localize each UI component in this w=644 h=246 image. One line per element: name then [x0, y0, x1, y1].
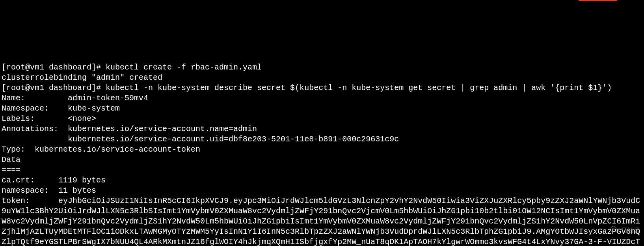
terminal-line: Data [2, 155, 642, 165]
terminal-line: [root@vm1 dashboard]# kubectl create -f … [2, 62, 642, 73]
terminal-line: ==== [2, 165, 642, 175]
terminal-line: clusterrolebinding "admin" created [2, 73, 642, 83]
terminal-line: [root@vm1 dashboard]# kubectl -n kube-sy… [2, 83, 642, 93]
terminal-output[interactable]: [root@vm1 dashboard]# kubectl create -f … [2, 62, 642, 246]
top-red-indicator [579, 0, 617, 1]
cloud-icon [602, 218, 620, 243]
terminal-line: ca.crt: 1119 bytes [2, 175, 642, 186]
terminal-line: Labels: <none> [2, 114, 642, 124]
terminal-line: Type: kubernetes.io/service-account-toke… [2, 145, 642, 155]
terminal-line: Name: admin-token-59mv4 [2, 93, 642, 103]
svg-point-0 [616, 229, 617, 229]
terminal-line: Annotations: kubernetes.io/service-accou… [2, 124, 642, 134]
watermark: 亿速云 [602, 218, 640, 243]
terminal-line: Namespace: kube-system [2, 103, 642, 114]
terminal-line: kubernetes.io/service-account.uid=dbf8e2… [2, 134, 642, 145]
terminal-line: namespace: 11 bytes [2, 186, 642, 196]
watermark-text: 亿速云 [621, 226, 640, 235]
terminal-line: token: eyJhbGciOiJSUzI1NiIsInR5cCI6IkpXV… [2, 196, 642, 246]
